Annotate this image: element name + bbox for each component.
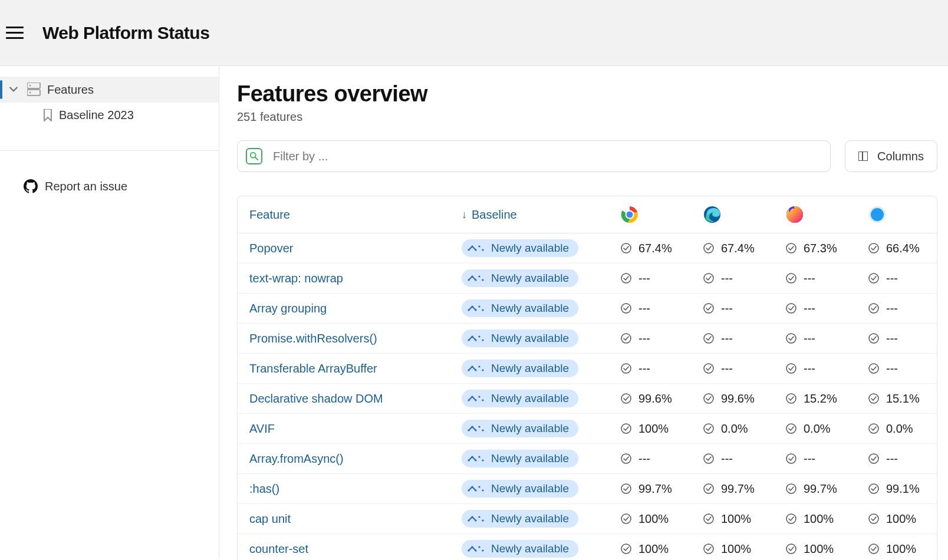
page-title: Features overview [237,81,937,107]
menu-icon[interactable] [6,22,28,44]
browser-value: 100% [786,512,868,526]
baseline-badge: Newly available [462,269,578,287]
browser-value: 0.0% [786,422,868,436]
column-firefox[interactable] [786,206,868,223]
baseline-badge: Newly available [462,390,578,407]
filter-box[interactable] [237,140,831,172]
baseline-badge: Newly available [462,480,578,498]
columns-button[interactable]: Columns [845,140,937,172]
baseline-spark-icon [468,545,485,553]
browser-percent: 99.7% [638,482,672,496]
filter-input[interactable] [273,150,822,163]
check-icon [786,513,796,524]
check-icon [621,303,631,314]
chrome-icon [621,206,638,223]
feature-link[interactable]: Array grouping [249,302,462,315]
feature-link[interactable]: Transferable ArrayBuffer [249,362,462,375]
baseline-badge-label: Newly available [491,332,569,345]
safari-icon [868,206,886,223]
browser-value: 99.7% [703,482,786,496]
feature-link[interactable]: Declarative shadow DOM [249,392,462,406]
browser-value: --- [621,452,703,466]
sidebar-item-report-issue[interactable]: Report an issue [0,173,219,199]
feature-link[interactable]: Popover [249,242,462,255]
browser-percent: --- [638,302,666,315]
check-icon [786,543,796,554]
browser-percent: 67.4% [638,242,672,255]
check-icon [703,423,714,434]
sidebar-baseline-label: Baseline 2023 [59,108,134,122]
baseline-badge-label: Newly available [491,542,569,555]
baseline-spark-icon [468,485,485,493]
baseline-badge-label: Newly available [491,272,569,285]
browser-value: 100% [786,542,868,556]
browser-value: 100% [868,542,937,556]
baseline-badge-label: Newly available [491,452,569,465]
table-row: Array grouping Newly available ---------… [238,294,937,324]
baseline-cell: Newly available [462,390,621,407]
column-baseline-label: Baseline [472,208,517,222]
column-chrome[interactable] [621,206,703,223]
edge-icon [703,206,721,223]
feature-count: 251 features [237,110,937,124]
check-icon [621,363,631,374]
column-safari[interactable] [868,206,937,223]
check-icon [621,423,631,434]
browser-percent: 100% [721,542,751,556]
baseline-cell: Newly available [462,510,621,528]
check-icon [868,453,879,464]
browser-value: --- [621,362,703,375]
app-title: Web Platform Status [42,23,209,43]
check-icon [621,513,631,524]
browser-percent: 100% [886,512,916,526]
browser-value: --- [703,362,786,375]
browser-value: 15.1% [868,392,937,406]
feature-link[interactable]: AVIF [249,422,462,436]
browser-percent: --- [804,272,831,285]
feature-link[interactable]: :has() [249,482,462,496]
check-icon [868,483,879,494]
check-icon [868,273,879,284]
browser-percent: 100% [638,422,669,436]
browser-percent: --- [804,362,831,375]
features-icon [27,83,41,97]
browser-value: --- [868,302,937,315]
browser-value: 100% [703,542,786,556]
browser-value: 15.2% [786,392,868,406]
feature-link[interactable]: Array.fromAsync() [249,452,462,466]
feature-link[interactable]: text-wrap: nowrap [249,272,462,285]
check-icon [868,243,879,253]
baseline-spark-icon [468,274,485,282]
check-icon [786,483,796,494]
browser-value: 100% [868,512,937,526]
feature-link[interactable]: Promise.withResolvers() [249,332,462,345]
table-row: text-wrap: nowrap Newly available ------… [238,263,937,294]
baseline-cell: Newly available [462,239,621,257]
browser-percent: 100% [638,512,669,526]
sidebar-item-features[interactable]: Features [0,77,219,103]
check-icon [786,333,796,344]
browser-percent: 99.6% [721,392,755,406]
browser-percent: 100% [804,542,834,556]
baseline-cell: Newly available [462,269,621,287]
browser-percent: --- [721,332,748,345]
check-icon [621,483,631,494]
table-row: Transferable ArrayBuffer Newly available… [238,354,937,384]
search-icon [246,148,262,164]
check-icon [621,453,631,464]
topbar: Web Platform Status [0,0,948,66]
feature-link[interactable]: counter-set [249,542,462,556]
browser-percent: 99.6% [638,392,672,406]
baseline-badge: Newly available [462,450,578,467]
browser-percent: 15.1% [886,392,920,406]
browser-value: 0.0% [868,422,937,436]
column-feature[interactable]: Feature [249,208,462,222]
column-baseline[interactable]: ↓ Baseline [462,208,621,222]
baseline-spark-icon [468,424,485,433]
browser-value: 99.6% [621,392,703,406]
check-icon [703,333,714,344]
browser-value: --- [703,332,786,345]
feature-link[interactable]: cap unit [249,512,462,526]
column-edge[interactable] [703,206,786,223]
sidebar-item-baseline-2023[interactable]: Baseline 2023 [0,103,219,128]
